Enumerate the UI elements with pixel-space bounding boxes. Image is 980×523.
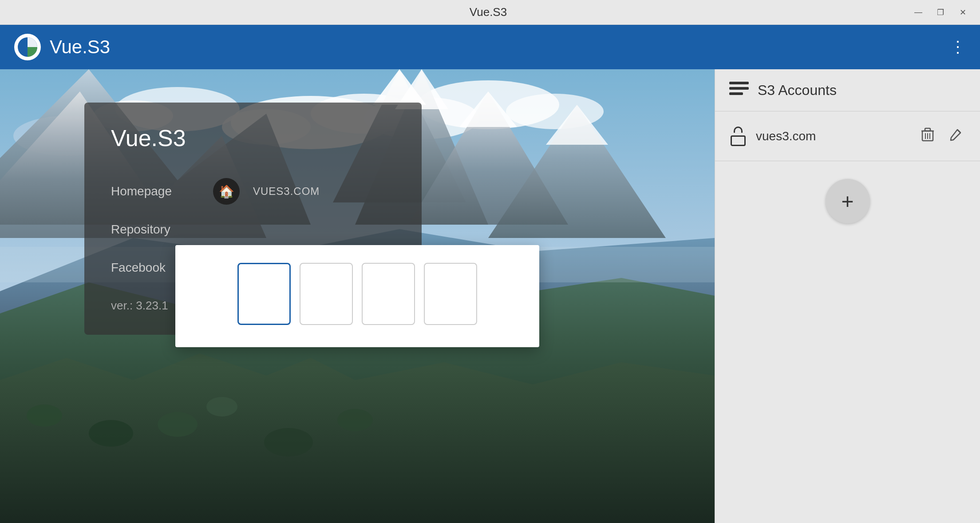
app-logo bbox=[14, 34, 41, 60]
main-content: Vue.S3 Homepage 🏠 VUES3.COM Repository F… bbox=[0, 69, 980, 523]
password-dialog-overlay bbox=[0, 69, 715, 523]
s3-icon-line-2 bbox=[729, 87, 749, 90]
window-controls: — ❐ ✕ bbox=[908, 4, 973, 20]
edit-account-button[interactable] bbox=[946, 124, 966, 148]
s3-accounts-header: S3 Accounts bbox=[715, 69, 980, 111]
right-panel: S3 Accounts vues3.com bbox=[715, 69, 980, 523]
password-box-4[interactable] bbox=[424, 263, 477, 325]
app-title: Vue.S3 bbox=[50, 36, 110, 58]
minimize-button[interactable]: — bbox=[908, 4, 929, 20]
window-title: Vue.S3 bbox=[68, 5, 908, 19]
lock-icon bbox=[729, 127, 747, 146]
title-bar: Vue.S3 — ❐ ✕ bbox=[0, 0, 980, 25]
add-account-button[interactable]: + bbox=[826, 179, 870, 223]
s3-icon-line-3 bbox=[729, 92, 743, 95]
lock-shackle bbox=[734, 127, 743, 133]
app-header-left: Vue.S3 bbox=[14, 34, 110, 60]
left-panel: Vue.S3 Homepage 🏠 VUES3.COM Repository F… bbox=[0, 69, 715, 523]
password-box-3[interactable] bbox=[362, 263, 415, 325]
account-name[interactable]: vues3.com bbox=[756, 129, 909, 143]
svg-rect-33 bbox=[925, 128, 930, 131]
password-box-2[interactable] bbox=[300, 263, 353, 325]
svg-line-37 bbox=[957, 130, 960, 133]
app-header: Vue.S3 ⋮ bbox=[0, 25, 980, 69]
delete-account-button[interactable] bbox=[918, 124, 937, 148]
password-dialog bbox=[175, 245, 539, 347]
lock-body bbox=[731, 135, 746, 146]
s3-accounts-title: S3 Accounts bbox=[758, 82, 837, 99]
menu-icon[interactable]: ⋮ bbox=[950, 39, 966, 55]
account-item: vues3.com bbox=[715, 111, 980, 161]
s3-accounts-icon bbox=[729, 82, 749, 99]
account-actions bbox=[918, 124, 966, 148]
s3-icon-line-1 bbox=[729, 82, 749, 84]
close-button[interactable]: ✕ bbox=[952, 4, 973, 20]
maximize-button[interactable]: ❐ bbox=[930, 4, 951, 20]
password-box-1[interactable] bbox=[237, 263, 291, 325]
add-button-container: + bbox=[715, 161, 980, 241]
